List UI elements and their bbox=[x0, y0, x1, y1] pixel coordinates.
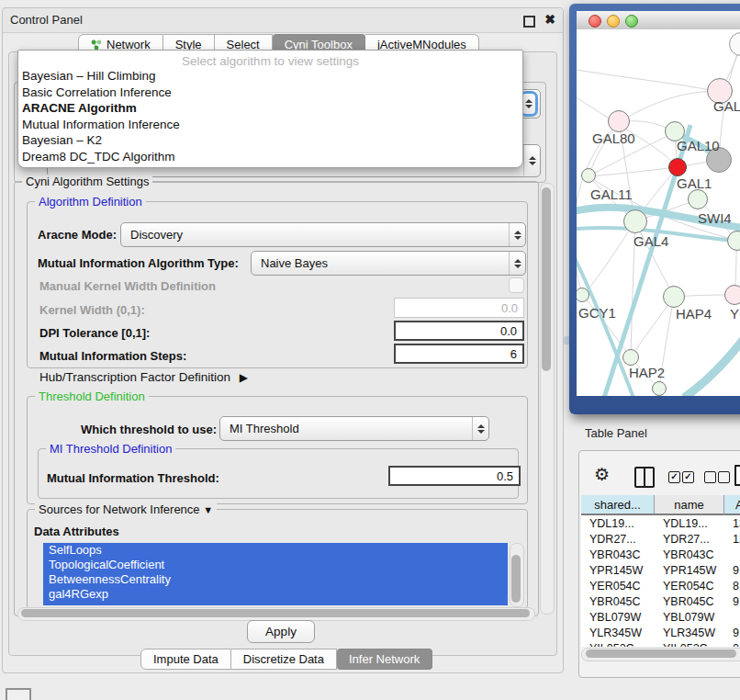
table-horizontal-scrollbar[interactable] bbox=[581, 648, 740, 661]
settings-vertical-scrollbar[interactable] bbox=[540, 183, 555, 615]
network-node-gal1[interactable] bbox=[688, 189, 708, 209]
kernel-width-label: Kernel Width (0,1): bbox=[39, 303, 145, 317]
table-body: YDL19...YDL19...13 YDR27...YDR27...12 YB… bbox=[581, 515, 740, 647]
column-header-shared-name[interactable]: shared... bbox=[581, 495, 655, 515]
network-node-gal11[interactable] bbox=[581, 168, 596, 183]
collapse-down-icon[interactable]: ▼ bbox=[203, 504, 213, 515]
algorithm-option[interactable]: Mutual Information Inference bbox=[18, 117, 522, 133]
combo-spinner bbox=[523, 145, 540, 176]
list-item[interactable]: gal4RGexp bbox=[43, 587, 508, 602]
table-row[interactable]: YDR27...YDR27...12 bbox=[581, 531, 740, 547]
settings-horizontal-scrollbar[interactable] bbox=[17, 607, 535, 621]
control-panel-window: Control Panel ✖ Network Style Select Cyn… bbox=[2, 7, 564, 673]
list-item[interactable]: BetweennessCentrality bbox=[43, 572, 508, 587]
mi-steps-field[interactable]: 6 bbox=[394, 344, 524, 364]
network-window-titlebar[interactable] bbox=[577, 11, 740, 30]
dpi-tolerance-field[interactable]: 0.0 bbox=[394, 321, 524, 341]
table-row[interactable]: YLR345WYLR345W9. bbox=[581, 625, 740, 640]
tab-impute-data[interactable]: Impute Data bbox=[140, 649, 231, 670]
data-attributes-list[interactable]: SelfLoops TopologicalCoefficient Between… bbox=[43, 543, 508, 605]
list-item[interactable]: SelfLoops bbox=[43, 543, 508, 558]
table-row[interactable]: YIL052CYIL052C0. bbox=[581, 640, 740, 647]
gear-icon[interactable]: ⚙ bbox=[594, 464, 610, 485]
table-row[interactable]: YBR043CYBR043C bbox=[581, 547, 740, 562]
node-label: GAL1 bbox=[677, 175, 712, 191]
sources-group-title: Sources for Network Inference ▼ bbox=[35, 502, 217, 516]
network-node-hap2[interactable] bbox=[622, 349, 639, 366]
float-window-icon[interactable] bbox=[523, 16, 535, 28]
column-header-partial[interactable]: A bbox=[724, 495, 740, 515]
node-label: HAP2 bbox=[629, 365, 665, 380]
control-panel-title: Control Panel bbox=[10, 13, 83, 27]
table-row[interactable]: YER054CYER054C8. bbox=[581, 578, 740, 593]
list-vertical-scrollbar[interactable] bbox=[510, 543, 524, 607]
network-icon bbox=[91, 40, 102, 51]
mi-type-label: Mutual Information Algorithm Type: bbox=[38, 256, 239, 270]
table-row[interactable]: YDL19...YDL19...13 bbox=[581, 515, 740, 531]
manual-kernel-checkbox[interactable] bbox=[509, 277, 524, 293]
network-node-hap4[interactable] bbox=[663, 286, 685, 308]
aracne-mode-value: Discovery bbox=[121, 228, 509, 242]
mi-threshold-field[interactable]: 0.5 bbox=[388, 466, 521, 486]
combo-spinner bbox=[509, 223, 525, 246]
column-header-name[interactable]: name bbox=[655, 495, 724, 515]
tab-infer-network[interactable]: Infer Network bbox=[337, 649, 432, 670]
tab-discretize-data[interactable]: Discretize Data bbox=[231, 649, 337, 670]
scrollbar-thumb[interactable] bbox=[21, 609, 530, 617]
algorithm-option[interactable]: Bayesian – Hill Climbing bbox=[18, 68, 522, 85]
network-view-window: GAL GAL80 GAL10 GAL1 GAL11 SWI4 GAL4 GCY… bbox=[569, 4, 740, 414]
node-label: GAL11 bbox=[590, 186, 633, 202]
network-node-y[interactable] bbox=[724, 285, 740, 305]
scrollbar-thumb[interactable] bbox=[542, 187, 551, 371]
algorithm-option[interactable]: Bayesian – K2 bbox=[18, 132, 522, 149]
algorithm-option[interactable]: Dream8 DC_TDC Algorithm bbox=[18, 149, 522, 165]
which-threshold-combo[interactable]: MI Threshold bbox=[219, 416, 489, 441]
network-canvas[interactable]: GAL GAL80 GAL10 GAL1 GAL11 SWI4 GAL4 GCY… bbox=[577, 29, 740, 396]
node-label: SWI4 bbox=[698, 210, 732, 226]
node-label: GAL80 bbox=[592, 130, 635, 146]
which-threshold-label: Which threshold to use: bbox=[81, 423, 217, 436]
control-panel-titlebar: Control Panel ✖ bbox=[3, 8, 563, 33]
kernel-width-field[interactable]: 0.0 bbox=[394, 298, 524, 318]
table-panel: ⚙ ✓ ✓ shared... name A YDL19...YDL19...1… bbox=[578, 450, 740, 678]
data-attributes-label: Data Attributes bbox=[34, 525, 119, 538]
split-columns-icon[interactable] bbox=[634, 467, 655, 488]
mi-threshold-group-title: MI Threshold Definition bbox=[46, 442, 175, 456]
scrollbar-thumb[interactable] bbox=[511, 555, 521, 603]
mi-type-combo[interactable]: Naive Bayes bbox=[251, 251, 526, 276]
checkbox-checked-icon[interactable]: ✓ bbox=[682, 471, 694, 483]
algorithm-dropdown-popup: Select algorithm to view settings Bayesi… bbox=[17, 50, 523, 168]
close-traffic-light[interactable] bbox=[589, 15, 601, 28]
hub-definition-toggle[interactable]: Hub/Transcription Factor Definition ▶ bbox=[39, 370, 248, 384]
which-threshold-value: MI Threshold bbox=[220, 422, 472, 435]
network-node-gal80[interactable] bbox=[608, 110, 630, 132]
table-row[interactable]: YBL079WYBL079W bbox=[581, 609, 740, 625]
algorithm-definition-title: Algorithm Definition bbox=[35, 195, 146, 209]
network-node-selected-red[interactable] bbox=[668, 158, 687, 176]
mi-threshold-label: Mutual Information Threshold: bbox=[47, 471, 219, 485]
table-row[interactable]: YPR145WYPR145W9. bbox=[581, 562, 740, 578]
network-node-gal4[interactable] bbox=[623, 209, 647, 233]
zoom-traffic-light[interactable] bbox=[625, 15, 638, 28]
table-panel-title: Table Panel bbox=[585, 426, 647, 440]
close-icon[interactable]: ✖ bbox=[544, 12, 555, 27]
dpi-tolerance-label: DPI Tolerance [0,1]: bbox=[39, 326, 150, 340]
checkbox-unchecked-icon[interactable] bbox=[704, 471, 716, 483]
expand-right-icon: ▶ bbox=[240, 371, 248, 384]
network-node[interactable] bbox=[652, 381, 667, 396]
document-icon[interactable] bbox=[734, 465, 740, 486]
scrollbar-thumb[interactable] bbox=[586, 649, 736, 658]
aracne-mode-combo[interactable]: Discovery bbox=[120, 222, 526, 247]
minimize-traffic-light[interactable] bbox=[607, 15, 620, 28]
mi-type-value: Naive Bayes bbox=[252, 256, 509, 270]
algorithm-option-highlighted[interactable]: ARACNE Algorithm bbox=[18, 100, 522, 117]
apply-button[interactable]: Apply bbox=[247, 620, 315, 643]
algorithm-option[interactable]: Basic Correlation Inference bbox=[18, 85, 522, 101]
node-table: shared... name A YDL19...YDL19...13 YDR2… bbox=[581, 495, 740, 647]
minimized-panel-icon[interactable] bbox=[6, 688, 31, 700]
checkbox-checked-icon[interactable]: ✓ bbox=[668, 471, 680, 483]
screen: Control Panel ✖ Network Style Select Cyn… bbox=[0, 0, 740, 700]
table-row[interactable]: YBR045CYBR045C9. bbox=[581, 593, 740, 609]
list-item[interactable]: TopologicalCoefficient bbox=[43, 558, 508, 572]
checkbox-unchecked-icon[interactable] bbox=[718, 471, 730, 483]
